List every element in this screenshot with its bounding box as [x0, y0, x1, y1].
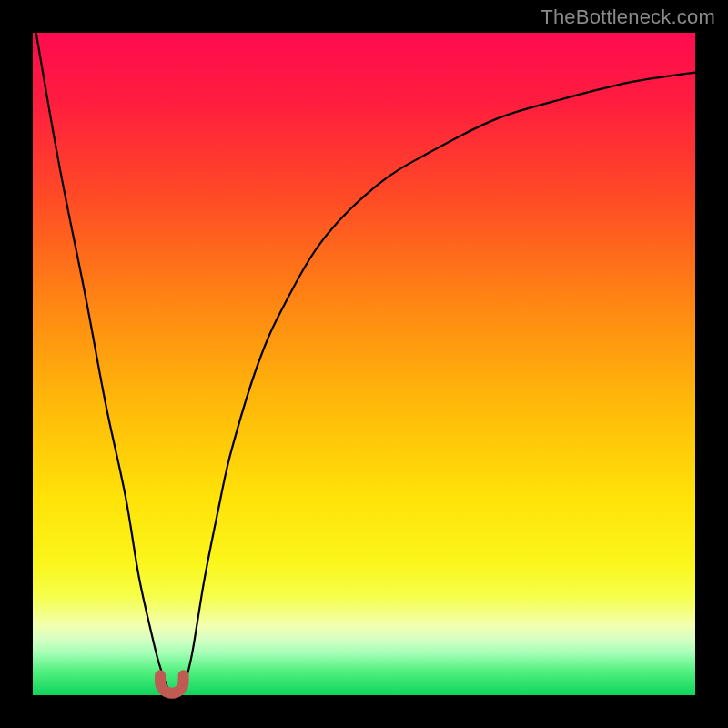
chart-frame: TheBottleneck.com	[0, 0, 728, 728]
plot-background	[33, 33, 695, 695]
chart-svg	[0, 0, 728, 728]
